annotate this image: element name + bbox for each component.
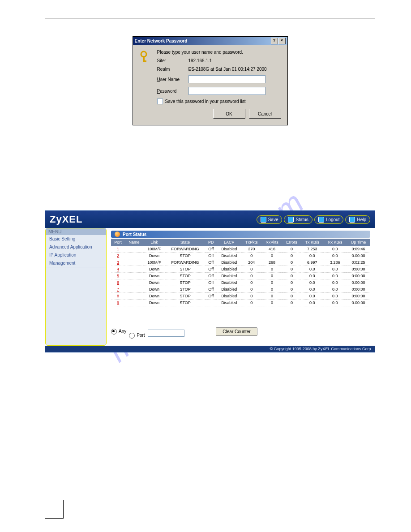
save-password-label: Save this password in your password list xyxy=(165,99,246,104)
port-number-input[interactable] xyxy=(148,330,184,337)
login-dialog: Enter Network Password ? × Please type y… xyxy=(133,36,288,125)
port-link[interactable]: 1 xyxy=(117,247,119,251)
col-state: State xyxy=(165,239,205,246)
menu-header: MENU xyxy=(46,228,106,235)
col-lacp: LACP xyxy=(217,239,241,246)
status-icon xyxy=(288,217,294,223)
table-row: 7DownSTOPOffDisabled0000.00.00:00:00 xyxy=(111,286,370,293)
col-port: Port xyxy=(111,239,125,246)
port-status-table: PortNameLinkStatePDLACPTxPktsRxPktsError… xyxy=(111,239,370,306)
username-input[interactable] xyxy=(188,75,265,83)
col-errors: Errors xyxy=(283,239,301,246)
col-tx-kb-s: Tx KB/s xyxy=(301,239,323,246)
table-row: 4DownSTOPOffDisabled0000.00.00:00:00 xyxy=(111,266,370,273)
table-row: 9DownSTOP-Disabled0000.00.00:00:00 xyxy=(111,300,370,306)
sidebar-menu: MENU Basic Setting Advanced Application … xyxy=(45,228,107,346)
logout-button[interactable]: Logout xyxy=(314,215,344,224)
bullet-icon xyxy=(115,232,120,237)
logout-icon xyxy=(318,217,324,223)
top-rule xyxy=(45,18,375,18)
radio-port[interactable]: Port xyxy=(129,325,184,339)
col-rxpkts: RxPkts xyxy=(261,239,283,246)
col-txpkts: TxPkts xyxy=(241,239,261,246)
table-row: 2DownSTOPOffDisabled0000.00.00:00:00 xyxy=(111,253,370,259)
cancel-button[interactable]: Cancel xyxy=(249,109,281,119)
save-icon xyxy=(261,217,266,223)
col-pd: PD xyxy=(205,239,217,246)
sidebar-item-ip[interactable]: IP Application xyxy=(46,251,106,259)
table-row: 6DownSTOPOffDisabled0000.00.00:00:00 xyxy=(111,279,370,286)
help-icon xyxy=(349,217,355,223)
save-button[interactable]: Save xyxy=(257,215,283,224)
username-label: UUser Nameser Name xyxy=(157,77,188,82)
sidebar-item-advanced[interactable]: Advanced Application xyxy=(46,243,106,251)
port-link[interactable]: 9 xyxy=(117,300,119,305)
close-icon[interactable]: × xyxy=(278,38,286,44)
port-link[interactable]: 8 xyxy=(117,294,119,298)
port-link[interactable]: 3 xyxy=(117,260,119,265)
radio-any[interactable]: Any xyxy=(111,329,126,335)
col-up-time: Up Time xyxy=(347,239,370,246)
port-link[interactable]: 4 xyxy=(117,267,119,271)
web-configurator: ZyXEL Save Status Logout Help MENU Basic… xyxy=(45,210,375,352)
site-value: 192.168.1.1 xyxy=(188,58,212,63)
sidebar-item-management[interactable]: Management xyxy=(46,259,106,267)
footer-copyright: © Copyright 1995-2008 by ZyXEL Communica… xyxy=(45,346,375,352)
clear-counter-button[interactable]: Clear Counter xyxy=(216,327,257,336)
table-row: 1100M/FFORWARDINGOffDisabled27041607.253… xyxy=(111,246,370,253)
port-link[interactable]: 6 xyxy=(117,280,119,285)
table-row: 5DownSTOPOffDisabled0000.00.00:00:00 xyxy=(111,273,370,279)
site-label: Site: xyxy=(157,58,188,63)
page-number-box xyxy=(45,500,64,519)
table-row: 3100M/FFORWARDINGOffDisabled20426806.997… xyxy=(111,259,370,266)
dialog-title: Enter Network Password xyxy=(135,39,188,43)
port-link[interactable]: 5 xyxy=(117,274,119,278)
table-row: 8DownSTOPOffDisabled0000.00.00:00:00 xyxy=(111,293,370,300)
status-button[interactable]: Status xyxy=(284,215,312,224)
port-link[interactable]: 2 xyxy=(117,253,119,258)
key-icon xyxy=(139,51,149,64)
password-label: PasswordPassword xyxy=(157,89,188,94)
sidebar-item-basic[interactable]: Basic Setting xyxy=(46,235,106,243)
port-status-header: Port Status xyxy=(111,231,370,238)
save-password-checkbox[interactable] xyxy=(157,99,163,104)
dialog-instruction: Please type your user name and password. xyxy=(157,50,243,55)
port-link[interactable]: 7 xyxy=(117,287,119,292)
col-name: Name xyxy=(125,239,143,246)
help-icon[interactable]: ? xyxy=(271,38,278,44)
col-rx-kb-s: Rx KB/s xyxy=(324,239,347,246)
zyxel-logo: ZyXEL xyxy=(50,214,82,225)
ok-button[interactable]: OK xyxy=(213,109,245,119)
realm-label: Realm xyxy=(157,67,188,72)
svg-rect-2 xyxy=(143,60,146,62)
realm-value: ES-2108G at Sat Jan 01 00:14:27 2000 xyxy=(188,67,267,72)
col-link: Link xyxy=(143,239,165,246)
password-input[interactable] xyxy=(188,87,265,95)
help-button[interactable]: Help xyxy=(345,215,370,224)
